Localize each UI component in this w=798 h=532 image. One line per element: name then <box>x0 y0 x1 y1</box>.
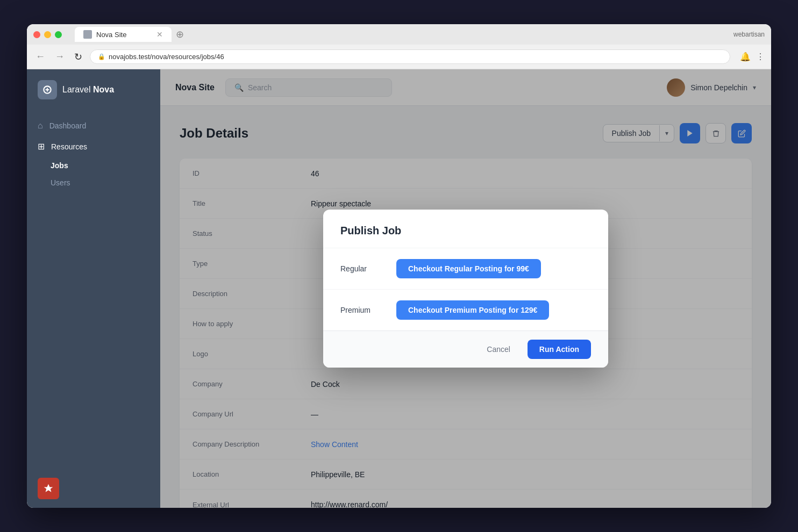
tab-close-button[interactable]: ✕ <box>156 30 163 39</box>
logo-text: Laravel Nova <box>62 85 114 95</box>
refresh-button[interactable]: ↻ <box>72 49 84 65</box>
forward-button[interactable]: → <box>53 49 67 64</box>
new-tab-button[interactable]: ⊕ <box>176 28 184 40</box>
traffic-lights <box>33 31 62 38</box>
publish-job-modal: Publish Job Regular Checkout Regular Pos… <box>323 210 608 368</box>
url-text: novajobs.test/nova/resources/jobs/46 <box>109 53 224 61</box>
menu-icon[interactable]: ⋮ <box>756 52 765 62</box>
sidebar-item-jobs-label: Jobs <box>51 161 68 170</box>
checkout-regular-button[interactable]: Checkout Regular Posting for 99€ <box>396 259 541 278</box>
sidebar-nav: ⌂ Dashboard ⊞ Resources Jobs Users <box>27 110 160 197</box>
run-action-modal-button[interactable]: Run Action <box>528 340 591 359</box>
logo-icon <box>38 80 57 99</box>
back-button[interactable]: ← <box>33 49 47 64</box>
window-user-label: webartisan <box>733 31 765 38</box>
close-window-button[interactable] <box>33 31 40 38</box>
tab-favicon <box>83 30 92 39</box>
sidebar-item-resources[interactable]: ⊞ Resources <box>27 136 160 157</box>
cancel-button[interactable]: Cancel <box>476 340 521 359</box>
sidebar-item-users[interactable]: Users <box>27 174 160 191</box>
resources-icon: ⊞ <box>38 141 45 152</box>
extensions-icon[interactable]: 🔔 <box>740 52 751 62</box>
lock-icon: 🔒 <box>98 53 105 60</box>
browser-toolbar: ← → ↻ 🔒 novajobs.test/nova/resources/job… <box>27 45 771 69</box>
tab-title: Nova Site <box>96 31 126 39</box>
address-bar[interactable]: 🔒 novajobs.test/nova/resources/jobs/46 <box>90 49 730 64</box>
modal-header: Publish Job <box>323 210 608 248</box>
sidebar: Laravel Nova ⌂ Dashboard ⊞ Resources Job… <box>27 69 160 508</box>
sidebar-item-dashboard[interactable]: ⌂ Dashboard <box>27 116 160 136</box>
option-regular-label: Regular <box>340 264 383 273</box>
sidebar-logo: Laravel Nova <box>27 69 160 110</box>
sidebar-item-resources-label: Resources <box>51 142 87 151</box>
title-bar: Nova Site ✕ ⊕ webartisan <box>27 24 771 45</box>
minimize-window-button[interactable] <box>44 31 51 38</box>
home-icon: ⌂ <box>38 121 43 131</box>
checkout-premium-button[interactable]: Checkout Premium Posting for 129€ <box>396 300 549 320</box>
modal-body: Regular Checkout Regular Posting for 99€… <box>323 248 608 330</box>
tab-area: Nova Site ✕ ⊕ <box>75 27 729 42</box>
footer-icon <box>38 478 59 499</box>
browser-tab[interactable]: Nova Site ✕ <box>75 27 172 42</box>
sidebar-item-dashboard-label: Dashboard <box>49 121 87 130</box>
modal-title: Publish Job <box>340 225 591 237</box>
main-content: Nova Site 🔍 Search Simon Depelchin ▾ Job… <box>160 69 771 508</box>
app-layout: Laravel Nova ⌂ Dashboard ⊞ Resources Job… <box>27 69 771 508</box>
sidebar-footer <box>27 469 160 508</box>
browser-icons: 🔔 ⋮ <box>740 52 765 62</box>
sidebar-item-jobs[interactable]: Jobs <box>27 157 160 174</box>
modal-option-premium: Premium Checkout Premium Posting for 129… <box>323 289 608 330</box>
sidebar-item-users-label: Users <box>51 178 70 187</box>
modal-overlay[interactable]: Publish Job Regular Checkout Regular Pos… <box>160 69 771 508</box>
modal-footer: Cancel Run Action <box>323 330 608 368</box>
modal-option-regular: Regular Checkout Regular Posting for 99€ <box>323 248 608 289</box>
option-premium-label: Premium <box>340 306 383 314</box>
maximize-window-button[interactable] <box>55 31 62 38</box>
